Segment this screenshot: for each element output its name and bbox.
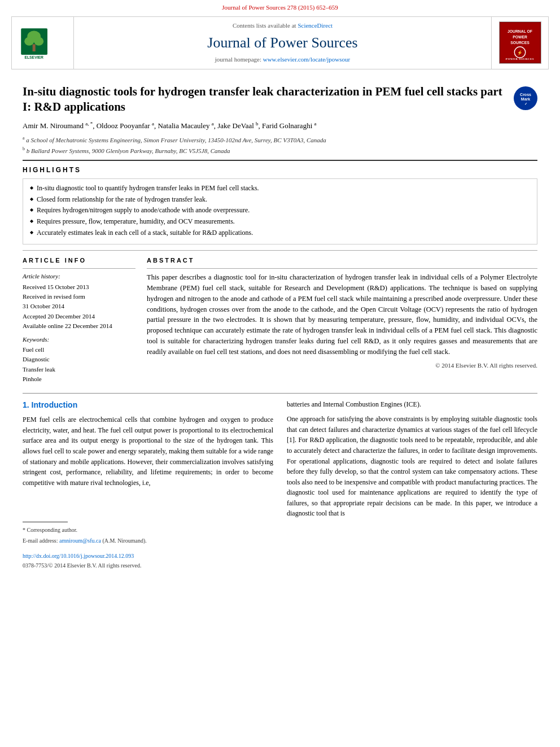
received-date: Received 15 October 2013	[23, 283, 135, 291]
keyword-transfer-leak: Transfer leak	[23, 365, 135, 374]
top-journal-link: Journal of Power Sources 278 (2015) 652–…	[0, 0, 560, 14]
copyright-line: © 2014 Elsevier B.V. All rights reserved…	[147, 361, 537, 370]
body-col-right: batteries and Internal Combustion Engine…	[287, 399, 537, 572]
body-two-col: 1. Introduction PEM fuel cells are elect…	[23, 399, 537, 572]
svg-text:✓: ✓	[524, 102, 527, 106]
affiliation-b: b b Ballard Power Systems, 9000 Glenlyon…	[23, 146, 537, 155]
highlight-item: Requires hydrogen/nitrogen supply to ano…	[30, 206, 530, 215]
footnote-email: E-mail address: amniroum@sfu.ca (A.M. Ni…	[23, 536, 273, 545]
article-history: Article history: Received 15 October 201…	[23, 272, 135, 330]
body-text-col2-1: batteries and Internal Combustion Engine…	[287, 399, 537, 410]
received-revised-label: Received in revised form	[23, 292, 135, 301]
contents-available: Contents lists available at ScienceDirec…	[233, 21, 333, 30]
available-date: Available online 22 December 2014	[23, 322, 135, 330]
accepted-date: Accepted 20 December 2014	[23, 312, 135, 321]
highlights-box: In-situ diagnostic tool to quantify hydr…	[23, 178, 537, 244]
article-info-abstract: ARTICLE INFO Article history: Received 1…	[23, 256, 537, 385]
body-text-col2-2: One approach for satisfying the above co…	[287, 414, 537, 519]
keyword-diagnostic: Diagnostic	[23, 355, 135, 364]
header-left: ELSEVIER	[12, 17, 74, 68]
journal-link[interactable]: Journal of Power Sources 278 (2015) 652–…	[222, 4, 338, 11]
highlight-item: Closed form relationship for the rate of…	[30, 195, 530, 204]
keyword-pinhole: Pinhole	[23, 375, 135, 383]
header-center: Contents lists available at ScienceDirec…	[74, 17, 492, 68]
highlights-section: HIGHLIGHTS In-situ diagnostic tool to qu…	[23, 165, 537, 244]
svg-text:POWER: POWER	[513, 36, 527, 40]
body-content: 1. Introduction PEM fuel cells are elect…	[23, 399, 537, 572]
keywords-title: Keywords:	[23, 335, 135, 344]
svg-text:ELSEVIER: ELSEVIER	[24, 55, 43, 59]
abstract-header: ABSTRACT	[147, 256, 537, 265]
journal-title-main: Journal of Power Sources	[207, 33, 357, 53]
authors-line: Amir M. Niroumand a, *, Oldooz Pooyanfar…	[23, 120, 537, 132]
journal-homepage-link[interactable]: www.elsevier.com/locate/jpowsour	[263, 56, 350, 63]
journal-homepage: journal homepage: www.elsevier.com/locat…	[215, 55, 350, 64]
svg-text:Mark: Mark	[521, 97, 530, 101]
svg-text:Cross: Cross	[520, 93, 531, 97]
footnote-corresponding: * Corresponding author.	[23, 526, 273, 535]
elsevier-logo: ELSEVIER	[19, 26, 67, 60]
doi-link[interactable]: http://dx.doi.org/10.1016/j.jpowsour.201…	[23, 551, 273, 561]
abstract-col: ABSTRACT This paper describes a diagnost…	[147, 256, 537, 385]
journal-header: ELSEVIER Contents lists available at Sci…	[11, 16, 549, 69]
keywords-section: Keywords: Fuel cell Diagnostic Transfer …	[23, 335, 135, 384]
journal-cover: JOURNAL OF POWER SOURCES ⚡	[499, 21, 541, 64]
issn-text: 0378-7753/© 2014 Elsevier B.V. All right…	[23, 561, 273, 570]
highlight-item: Accurately estimates leak in each cell o…	[30, 228, 530, 238]
svg-text:JOURNAL OF: JOURNAL OF	[507, 30, 532, 34]
article-title-section: In-situ diagnostic tools for hydrogen tr…	[23, 75, 537, 121]
article-info-col: ARTICLE INFO Article history: Received 1…	[23, 256, 135, 385]
highlight-item: Requires pressure, flow, temperature, hu…	[30, 217, 530, 226]
svg-rect-4	[33, 45, 36, 52]
affiliation-a: a a School of Mechatronic Systems Engine…	[23, 135, 537, 145]
sciencedirect-link[interactable]: ScienceDirect	[298, 22, 333, 29]
highlights-title: HIGHLIGHTS	[23, 165, 537, 175]
article-title: In-situ diagnostic tools for hydrogen tr…	[23, 84, 508, 115]
abstract-text: This paper describes a diagnostic tool f…	[147, 272, 537, 357]
highlight-item: In-situ diagnostic tool to quantify hydr…	[30, 184, 530, 193]
crossmark-badge: Cross Mark ✓	[514, 86, 537, 110]
header-right: JOURNAL OF POWER SOURCES ⚡	[492, 17, 548, 68]
email-link[interactable]: amniroum@sfu.ca	[59, 538, 101, 544]
body-text-1: PEM fuel cells are electrochemical cells…	[23, 414, 273, 488]
svg-text:SOURCES: SOURCES	[510, 41, 530, 45]
history-title: Article history:	[23, 272, 135, 281]
keyword-fuel-cell: Fuel cell	[23, 346, 135, 354]
section1-title: 1. Introduction	[23, 399, 273, 412]
article-info-header: ARTICLE INFO	[23, 256, 135, 265]
body-col-left: 1. Introduction PEM fuel cells are elect…	[23, 399, 273, 572]
revised-date: 31 October 2014	[23, 302, 135, 311]
svg-text:⚡: ⚡	[517, 50, 523, 56]
